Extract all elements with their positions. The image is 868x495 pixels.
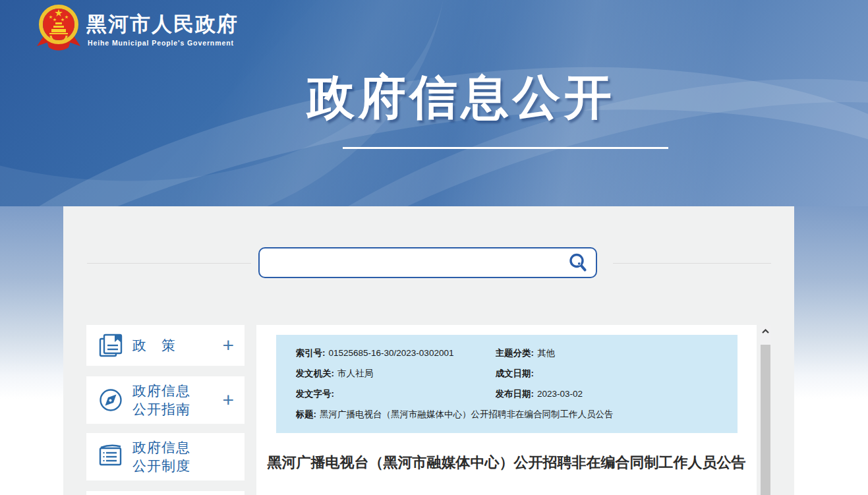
search-button[interactable] (560, 248, 596, 277)
meta-publish-date: 发布日期:2023-03-02 (496, 388, 722, 400)
sidebar-item-label-line2: 公开指南 (132, 400, 222, 419)
scrollbar-thumb[interactable] (761, 345, 770, 495)
scroll-up-button[interactable] (760, 325, 771, 337)
document-meta-table: 索引号:01525685-16-30/2023-0302001 主题分类:其他 … (276, 335, 738, 433)
meta-publish-date-value: 2023-03-02 (537, 389, 583, 399)
main-panel: 政 策 + 政府信息 公开指南 + (63, 206, 794, 495)
meta-written-date: 成文日期: (496, 368, 722, 380)
title-underline (343, 147, 668, 149)
meta-index-label: 索引号: (296, 348, 326, 358)
meta-index: 索引号:01525685-16-30/2023-0302001 (296, 347, 496, 359)
expand-plus-icon[interactable]: + (222, 390, 234, 410)
sidebar-item-gov-info-rules[interactable]: 政府信息 公开制度 (86, 433, 245, 480)
sidebar-item-policy[interactable]: 政 策 + (86, 325, 245, 366)
magnifier-icon (567, 252, 589, 274)
meta-category-label: 主题分类: (496, 348, 535, 358)
sidebar-item-gov-info-guide[interactable]: 政府信息 公开指南 + (86, 376, 245, 424)
scrollbar[interactable] (760, 325, 771, 495)
search-input[interactable] (260, 248, 560, 277)
chevron-up-icon (761, 328, 770, 334)
meta-agency-label: 发文机关: (296, 368, 335, 378)
sidebar-nav: 政 策 + 政府信息 公开指南 + (86, 325, 245, 495)
document-title: 黑河广播电视台（黑河市融媒体中心）公开招聘非在编合同制工作人员公告 (268, 450, 746, 475)
search-divider-left (87, 263, 251, 264)
meta-publish-date-label: 发布日期: (496, 389, 535, 399)
search-form (258, 247, 597, 278)
meta-doc-no: 发文字号: (296, 388, 496, 400)
national-emblem-icon (36, 4, 82, 53)
meta-doc-no-label: 发文字号: (296, 389, 335, 399)
meta-agency-value: 市人社局 (337, 368, 373, 378)
expand-plus-icon[interactable]: + (222, 335, 234, 355)
meta-agency: 发文机关:市人社局 (296, 368, 496, 380)
meta-category-value: 其他 (537, 348, 555, 358)
sidebar-item-label: 政 策 (132, 336, 222, 355)
page-title: 政府信息公开 (307, 66, 616, 129)
search-divider-right (613, 263, 771, 264)
meta-index-value: 01525685-16-30/2023-0302001 (329, 348, 454, 358)
meta-written-date-label: 成文日期: (496, 368, 535, 378)
site-name[interactable]: 黑河市人民政府 (86, 11, 239, 38)
compass-icon (96, 386, 125, 415)
rules-list-icon (96, 442, 125, 471)
sidebar-item-partial[interactable] (86, 491, 245, 495)
meta-title-value: 黑河广播电视台（黑河市融媒体中心）公开招聘非在编合同制工作人员公告 (320, 409, 614, 419)
sidebar-item-label-line2: 公开制度 (132, 457, 234, 475)
page: 黑河市人民政府 Heihe Municipal People's Governm… (0, 0, 868, 495)
policy-book-icon (96, 331, 125, 360)
sidebar-item-label-line1: 政府信息 (132, 438, 234, 457)
site-name-english: Heihe Municipal People's Government (88, 39, 234, 47)
sidebar-item-label-line1: 政府信息 (132, 382, 222, 400)
site-logo[interactable] (36, 4, 82, 53)
article-panel: 索引号:01525685-16-30/2023-0302001 主题分类:其他 … (256, 325, 757, 495)
meta-title-label: 标题: (296, 409, 317, 419)
meta-category: 主题分类:其他 (496, 347, 722, 359)
meta-title: 标题:黑河广播电视台（黑河市融媒体中心）公开招聘非在编合同制工作人员公告 (296, 409, 722, 421)
banner: 黑河市人民政府 Heihe Municipal People's Governm… (0, 0, 868, 206)
